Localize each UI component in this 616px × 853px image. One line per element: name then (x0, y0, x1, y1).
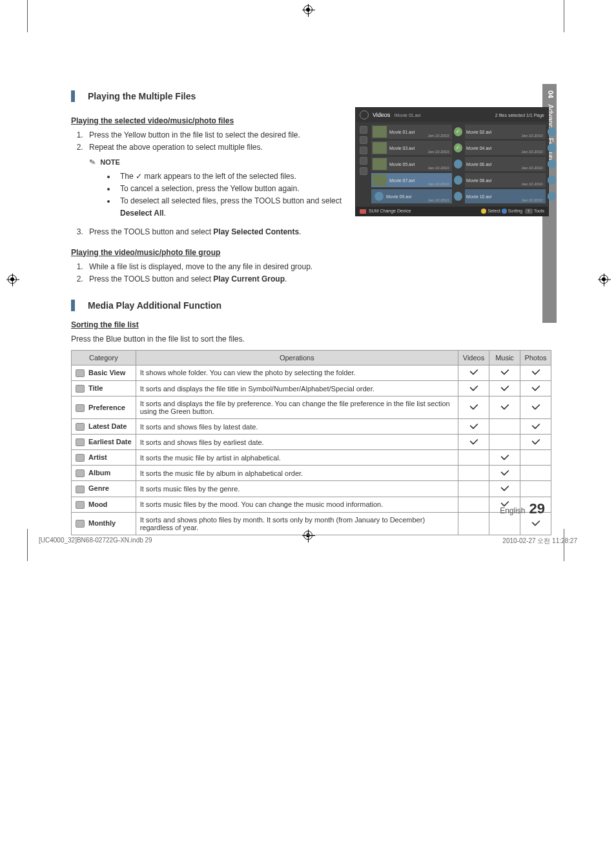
section-heading: Media Play Additional Function (71, 300, 551, 311)
file-name: Movie 09.avi (386, 194, 411, 199)
section-bar-icon (71, 90, 75, 102)
step-list: While a file list is displayed, move to … (71, 261, 342, 285)
table-row: AlbumIt sorts the music file by album in… (72, 466, 551, 481)
subheading: Playing the selected video/music/photo f… (71, 116, 342, 125)
check-icon (500, 404, 509, 411)
tv-file-item: Movie 04.aviJan.10.2010 (465, 141, 556, 155)
note-item: The ✓ mark appears to the left of the se… (116, 170, 342, 183)
operation-cell: It sorts and shows photo files by month.… (136, 512, 458, 535)
category-cell: Title (72, 380, 136, 396)
operation-cell: It sorts and displays the file title in … (136, 380, 458, 396)
check-cell (458, 512, 489, 535)
tv-file-item: Movie 01.aviJan.10.2010✓ (371, 125, 462, 139)
subheading: Sorting the file list (71, 320, 551, 329)
category-cell: Monthly (72, 512, 136, 535)
check-icon (531, 438, 540, 446)
step-list: Press the Yellow button in the file list… (71, 129, 342, 239)
table-row: PreferenceIt sorts and displays the file… (72, 396, 551, 419)
note-icon: ✎ (88, 156, 96, 170)
tv-header: Videos /Movie 01.avi 2 files selected 1/… (356, 108, 548, 122)
videos-icon (360, 110, 369, 119)
file-name: Movie 06.avi (466, 162, 491, 167)
selection-badge-icon: ✓ (454, 127, 463, 136)
tv-footer-left: SUM Change Device (360, 209, 481, 214)
check-icon (500, 369, 509, 376)
check-cell (489, 396, 520, 419)
category-icon (76, 404, 85, 412)
file-date: Jan.10.2010 (427, 198, 449, 202)
sorting-table: Category Operations Videos Music Photos … (71, 350, 551, 535)
check-cell (520, 365, 551, 380)
category-cell: Latest Date (72, 419, 136, 435)
check-cell (520, 396, 551, 419)
check-icon (500, 485, 509, 493)
check-cell (458, 396, 489, 419)
selection-badge-icon (548, 159, 557, 169)
print-footer: [UC4000_32]BN68-02722G-XN.indb 29 2010-0… (39, 537, 577, 546)
page-footer: English 29 (500, 500, 545, 517)
category-cell: Earliest Date (72, 435, 136, 450)
operation-cell: It sorts and shows files by latest date. (136, 419, 458, 435)
table-header: Operations (136, 350, 458, 365)
step-item: Press the TOOLS button and select Play S… (85, 226, 342, 238)
operation-cell: It sorts music files by the mood. You ca… (136, 497, 458, 512)
check-cell (520, 435, 551, 450)
category-cell: Artist (72, 450, 136, 466)
selection-badge-icon: ✓ (454, 143, 463, 152)
check-icon (531, 423, 540, 431)
selection-badge-icon (548, 143, 557, 152)
file-name: Movie 03.avi (389, 146, 415, 150)
tv-header-title: Videos (373, 112, 390, 118)
sidebar-glyph-icon (360, 157, 367, 165)
operation-cell: It sorts and shows files by earliest dat… (136, 435, 458, 450)
section-title: Media Play Additional Function (88, 300, 221, 311)
check-icon (469, 369, 478, 376)
yellow-button-icon (481, 209, 486, 214)
tv-footer: SUM Change Device Select Sorting TTools (356, 207, 548, 216)
tv-sidebar (360, 125, 367, 205)
category-icon (76, 501, 85, 509)
file-name: Movie 10.avi (466, 194, 491, 199)
thumbnail-icon (373, 126, 387, 138)
check-cell (458, 497, 489, 512)
file-name: Movie 01.avi (389, 130, 415, 134)
category-icon (76, 520, 85, 528)
selection-badge-icon (548, 127, 557, 136)
check-icon (500, 469, 509, 477)
tools-key-icon: T (525, 209, 533, 214)
thumbnail-icon (373, 142, 387, 154)
check-icon (531, 520, 540, 528)
category-icon (76, 385, 85, 393)
file-date: Jan.10.2010 (522, 182, 543, 186)
table-header: Photos (520, 350, 551, 365)
sidebar-glyph-icon (360, 126, 367, 134)
check-icon (531, 385, 540, 393)
note-item: To cancel a selection, press the Yellow … (116, 183, 342, 195)
category-cell: Album (72, 466, 136, 481)
check-cell (458, 365, 489, 380)
check-cell (520, 380, 551, 396)
category-icon (76, 469, 85, 477)
check-cell (489, 450, 520, 466)
selection-badge-icon (548, 192, 557, 201)
file-date: Jan.10.2010 (522, 150, 543, 154)
category-icon (76, 369, 85, 377)
tv-file-item: Movie 02.aviJan.10.2010 (465, 125, 556, 139)
tv-file-list: Movie 01.aviJan.10.2010✓Movie 02.aviJan.… (371, 125, 561, 205)
tv-file-item: Movie 09.aviJan.10.2010 (371, 189, 462, 203)
thumbnail-icon (373, 174, 387, 186)
category-icon (76, 486, 85, 493)
check-cell (458, 380, 489, 396)
operation-cell: It sorts and displays the file by prefer… (136, 396, 458, 419)
subheading: Playing the video/music/photo file group (71, 248, 342, 257)
section-bar-icon (71, 300, 75, 311)
check-cell (489, 481, 520, 497)
table-row: GenreIt sorts music files by the genre. (72, 481, 551, 497)
check-cell (489, 419, 520, 435)
tv-header-path: /Movie 01.avi (394, 113, 495, 118)
check-icon (500, 454, 509, 462)
file-date: Jan.10.2010 (427, 134, 449, 138)
check-cell (489, 466, 520, 481)
sidebar-glyph-icon (360, 147, 367, 154)
check-cell (520, 481, 551, 497)
